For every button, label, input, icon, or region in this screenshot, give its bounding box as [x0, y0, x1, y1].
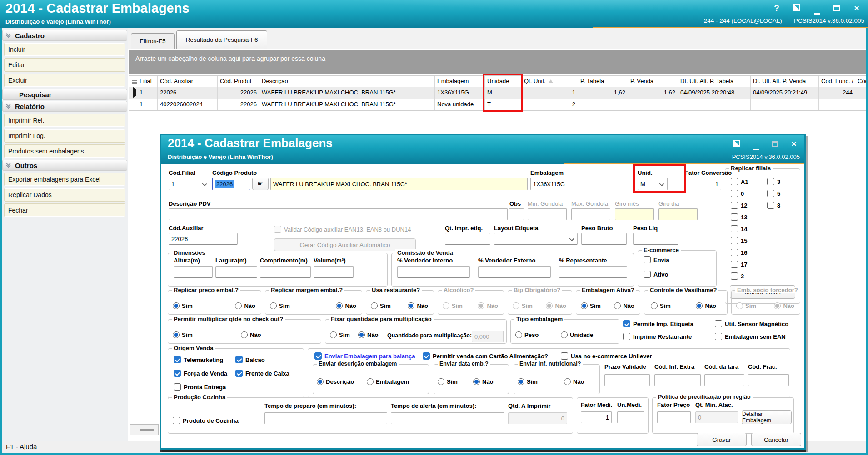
- filial-checkbox-14[interactable]: 14: [731, 225, 747, 232]
- util-sensor-magnetico-checkbox[interactable]: Util. Sensor Magnético: [715, 320, 788, 327]
- detalhar-embalagem-button[interactable]: Detalhar Embalagem: [742, 410, 792, 424]
- permite-imp-etiqueta-checkbox[interactable]: Permite Imp. Etiqueta: [623, 320, 693, 327]
- volume-input[interactable]: [314, 266, 354, 278]
- radio-unidade[interactable]: Unidade: [561, 331, 593, 338]
- filial-checkbox-5[interactable]: 5: [767, 190, 780, 197]
- radio-nao[interactable]: Não: [774, 302, 794, 309]
- cancelar-button[interactable]: Cancelar: [751, 433, 801, 446]
- imprime-restaurante-checkbox[interactable]: Imprime Restaurante: [623, 333, 692, 340]
- sidebar-item-imprimir-log[interactable]: Imprimir Log.: [4, 129, 125, 143]
- col-cod-produto[interactable]: Cód. Produt: [218, 76, 259, 87]
- radio-nao[interactable]: Não: [473, 378, 494, 385]
- sidebar-item-produtos-sem-embalagens[interactable]: Produtos sem embalagens: [4, 144, 125, 158]
- radio-nao[interactable]: Não: [336, 302, 356, 309]
- codigo-produto-input[interactable]: 22026: [212, 178, 250, 190]
- filial-checkbox-0[interactable]: 0: [731, 190, 744, 197]
- produto-descricao-input[interactable]: WAFER LU BREAK'UP MAXI CHOC. BRAN 115G*: [270, 178, 528, 190]
- window-style-icon[interactable]: [732, 139, 742, 148]
- giro-dia-input[interactable]: [658, 208, 698, 220]
- col-cod-auxiliar[interactable]: Cód. Auxiliar: [158, 76, 218, 87]
- cod-da-tara-input[interactable]: [704, 374, 744, 386]
- layout-etiqueta-select[interactable]: [494, 233, 578, 245]
- embalagem-sem-ean-checkbox[interactable]: Embalagem sem EAN: [715, 333, 786, 340]
- col-cod-func[interactable]: Cod. Func. /: [819, 76, 855, 87]
- radio-sim[interactable]: Sim: [513, 302, 533, 309]
- cod-inf-extra-input[interactable]: [654, 374, 701, 386]
- filial-checkbox-17[interactable]: 17: [731, 261, 747, 268]
- vendedor-interno-input[interactable]: [397, 266, 470, 278]
- gravar-button[interactable]: Gravar: [697, 433, 747, 446]
- filial-checkbox-13[interactable]: 13: [731, 213, 747, 221]
- help-icon[interactable]: ?: [772, 4, 782, 13]
- produto-de-cozinha-checkbox[interactable]: Produto de Cozinha: [173, 417, 239, 424]
- filial-checkbox-12[interactable]: 12: [731, 202, 747, 209]
- sidebar-section-cadastro[interactable]: Cadastro: [2, 30, 127, 41]
- filial-checkbox-2[interactable]: 2: [731, 272, 744, 280]
- radio-nao[interactable]: Não: [358, 331, 379, 338]
- qtd-a-imprimir-input[interactable]: 0: [508, 412, 567, 424]
- radio-sim[interactable]: Sim: [270, 302, 290, 309]
- permitir-cartao-alimentacao-checkbox[interactable]: Permitir venda com Cartão Alimentação?: [423, 352, 548, 360]
- radio-nao[interactable]: Não: [478, 302, 498, 309]
- quantidade-multiplicacao-input[interactable]: 0,000: [472, 331, 504, 342]
- minimize-icon[interactable]: [751, 139, 761, 148]
- col-qt-unit[interactable]: Qt. Unit.: [522, 76, 578, 87]
- radio-sim[interactable]: Sim: [371, 302, 391, 309]
- telemarketing-checkbox[interactable]: Telemarketing: [174, 356, 223, 363]
- filial-checkbox-15[interactable]: 15: [731, 237, 747, 244]
- radio-sim[interactable]: Sim: [518, 378, 538, 385]
- radio-sim[interactable]: Sim: [581, 302, 601, 309]
- sidebar-item-editar[interactable]: Editar: [4, 58, 125, 72]
- qt-min-atac-input[interactable]: 0: [695, 411, 738, 423]
- sidebar-item-imprimir-rel[interactable]: Imprimir Rel.: [4, 114, 125, 127]
- window-style-icon[interactable]: [792, 4, 802, 13]
- sidebar-item-exportar-excel[interactable]: Exportar embalagens para Excel: [4, 173, 125, 186]
- radio-sim[interactable]: Sim: [173, 302, 193, 309]
- filial-checkbox-8[interactable]: 8: [767, 202, 780, 209]
- representante-input[interactable]: [559, 266, 627, 278]
- frente-de-caixa-checkbox[interactable]: Frente de Caixa: [235, 370, 289, 377]
- descricao-pdv-input[interactable]: [169, 208, 508, 220]
- sidebar-section-outros[interactable]: Outros: [2, 160, 127, 171]
- col-dt-alt-tabela[interactable]: Dt. Ult. Alt. P. Tabela: [678, 76, 751, 87]
- embalagem-input[interactable]: 1X36X115G: [530, 178, 635, 190]
- obs-input[interactable]: [509, 208, 524, 220]
- col-p-venda[interactable]: P. Venda: [628, 76, 678, 87]
- fator-preco-input[interactable]: [657, 411, 691, 423]
- filial-checkbox-3[interactable]: 3: [767, 178, 780, 185]
- col-dt-alt-venda[interactable]: Dt. Ult. Alt. P. Venda: [751, 76, 819, 87]
- radio-peso[interactable]: Peso: [515, 331, 539, 338]
- cod-frac-input[interactable]: [748, 374, 789, 386]
- minimize-icon[interactable]: [812, 4, 822, 13]
- close-icon[interactable]: ×: [852, 4, 862, 13]
- usa-ecommerce-unilever-checkbox[interactable]: Usa no e-commerce Unilever: [561, 352, 652, 360]
- col-filial[interactable]: Filial: [137, 76, 158, 87]
- radio-nao[interactable]: Não: [564, 378, 584, 385]
- forca-de-venda-checkbox[interactable]: Força de Venda: [174, 370, 227, 377]
- col-descricao[interactable]: Descrição: [259, 76, 435, 87]
- min-gondola-input[interactable]: [528, 208, 567, 220]
- buscar-produto-button[interactable]: ☛: [252, 178, 269, 190]
- radio-nao[interactable]: Não: [408, 302, 428, 309]
- balcao-checkbox[interactable]: Balcao: [235, 356, 265, 363]
- radio-nao[interactable]: Não: [614, 302, 634, 309]
- qt-impr-etiq-input[interactable]: [445, 233, 490, 245]
- largura-input[interactable]: [215, 266, 257, 278]
- fator-medi-input[interactable]: 1: [581, 411, 612, 423]
- radio-sim[interactable]: Sim: [330, 331, 350, 338]
- sidebar-section-relatorio[interactable]: Relatório: [2, 101, 127, 112]
- sidebar-item-excluir[interactable]: Excluir: [4, 74, 125, 87]
- enviar-embalagem-balanca-checkbox[interactable]: Enviar Embalagem para balança: [314, 352, 415, 360]
- sidebar-section-pesquisar[interactable]: Pesquisar: [2, 89, 127, 100]
- sidebar-item-incluir[interactable]: Incluir: [4, 43, 125, 56]
- gerar-codigo-button[interactable]: Gerar Código Auxiliar Automático: [274, 238, 416, 251]
- tempo-alerta-input[interactable]: [391, 412, 504, 424]
- radio-sim[interactable]: Sim: [443, 302, 463, 309]
- altura-input[interactable]: [174, 266, 213, 278]
- maximize-icon[interactable]: [770, 139, 780, 148]
- grid-options-icon[interactable]: [129, 76, 137, 87]
- tab-resultado-pesquisa[interactable]: Resultado da Pesquisa-F6: [176, 30, 267, 49]
- col-p-tabela[interactable]: P. Tabela: [578, 76, 628, 87]
- col-embalagem[interactable]: Embalagem: [435, 76, 485, 87]
- envia-checkbox[interactable]: Envia: [644, 256, 669, 263]
